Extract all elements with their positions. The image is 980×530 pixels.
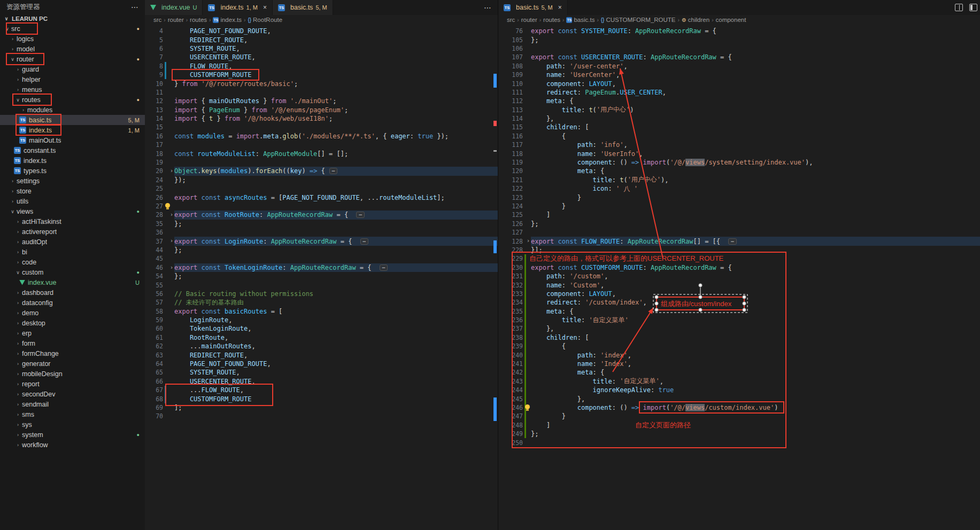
code-line-6[interactable]: 6 SYSTEM_ROUTE, (145, 44, 498, 53)
tree-item-dataconfig[interactable]: ›dataconfig (0, 298, 145, 308)
folded-code-ellipsis[interactable]: ⋯ (329, 168, 337, 174)
code-line-118[interactable]: 118 name: 'UserInfo', (498, 149, 980, 158)
tree-item-auditopt[interactable]: ›auditOpt (0, 237, 145, 247)
code-line-230[interactable]: 230export const CUSTOMFORM_ROUTE: AppRou… (498, 263, 980, 272)
code-line-121[interactable]: 121 title: t('用户中心'), (498, 176, 980, 184)
code-line-249[interactable]: 249}; (498, 430, 980, 438)
code-editor-index-ts[interactable]: 4 PAGE_NOT_FOUND_ROUTE,5 REDIRECT_ROUTE,… (145, 25, 498, 530)
breadcrumb-item-component[interactable]: component (715, 17, 746, 23)
code-line-236[interactable]: 236 title: '自定义菜单' (498, 316, 980, 324)
code-line-7[interactable]: 7 USERCENTER_ROUTE, (145, 53, 498, 61)
code-line-56[interactable]: 56// Basic routing without permissions (145, 290, 498, 298)
code-line-5[interactable]: 5 REDIRECT_ROUTE, (145, 35, 498, 44)
code-line-45[interactable]: 45 (145, 254, 498, 263)
code-line-62[interactable]: 62 ...mainOutRoutes, (145, 342, 498, 350)
code-line-35[interactable]: 35}; (145, 220, 498, 228)
code-line-248[interactable]: 248 ] (498, 421, 980, 430)
tab-index-vue[interactable]: index.vueU (145, 0, 203, 15)
code-line-111[interactable]: 111 redirect: PageEnum.USER_CENTER, (498, 88, 980, 97)
tree-item-seconddev[interactable]: ›secondDev (0, 389, 145, 399)
tree-item-sms[interactable]: ›sms (0, 409, 145, 419)
breadcrumb-item-src[interactable]: src (507, 17, 515, 23)
tree-item-workflow[interactable]: ›workflow (0, 440, 145, 450)
breadcrumb-item-src[interactable]: src (153, 17, 161, 23)
code-line-114[interactable]: 114 }, (498, 114, 980, 123)
code-line-28[interactable]: 28›export const RootRoute: AppRouteRecor… (145, 211, 498, 219)
tree-item-constant-ts[interactable]: TSconstant.ts (0, 145, 145, 155)
tree-item-acthitaskinst[interactable]: ›actHiTaskinst (0, 216, 145, 227)
tab-basic-ts[interactable]: TSbasic.ts5, M× (498, 0, 568, 15)
fold-chevron-icon[interactable]: › (527, 238, 530, 244)
code-line-12[interactable]: 12import { mainOutRoutes } from './mainO… (145, 97, 498, 105)
tree-item-generator[interactable]: ›generator (0, 358, 145, 369)
code-line-60[interactable]: 60 TokenLoginRoute, (145, 324, 498, 333)
tree-item-modules[interactable]: ›modules (0, 105, 145, 115)
tree-item-bi[interactable]: ›bi (0, 247, 145, 257)
breadcrumb-item-rootroute[interactable]: {}RootRoute (248, 17, 282, 23)
overview-ruler[interactable] (493, 16, 497, 530)
tree-item-views[interactable]: ∨views● (0, 206, 145, 216)
fold-chevron-icon[interactable]: › (170, 212, 173, 217)
code-line-36[interactable]: 36 (145, 228, 498, 237)
code-line-123[interactable]: 123 } (498, 193, 980, 201)
code-line-126[interactable]: 126}; (498, 220, 980, 228)
code-line-64[interactable]: 64 PAGE_NOT_FOUND_ROUTE, (145, 360, 498, 368)
code-line-66[interactable]: 66 USERCENTER_ROUTE, (145, 377, 498, 386)
folded-code-ellipsis[interactable]: ⋯ (356, 212, 364, 218)
breadcrumb-item-index-ts[interactable]: TSindex.ts (213, 17, 242, 23)
tree-item-mainout-ts[interactable]: TSmainOut.ts (0, 135, 145, 145)
tree-item-sendmail[interactable]: ›sendmail (0, 399, 145, 409)
tree-item-router[interactable]: ∨router● (0, 54, 145, 64)
code-line-250[interactable]: 250 (498, 438, 980, 447)
code-line-113[interactable]: 113 title: t('用户中心') (498, 106, 980, 114)
code-line-115[interactable]: 115 children: [ (498, 123, 980, 131)
tree-item-erp[interactable]: ›erp (0, 328, 145, 338)
code-line-232[interactable]: 232 name: 'Custom', (498, 280, 980, 289)
editor-layout-icon[interactable] (969, 4, 977, 11)
tree-item-routes[interactable]: ∨routes● (0, 95, 145, 105)
tree-item-system[interactable]: ›system● (0, 430, 145, 440)
tree-item-report[interactable]: ›report (0, 379, 145, 389)
workspace-section-header[interactable]: ∨ LEARUN PC (0, 14, 145, 24)
code-line-27[interactable]: 27 (145, 202, 498, 211)
tab-index-ts[interactable]: TSindex.ts1, M× (203, 0, 273, 15)
code-line-116[interactable]: 116 { (498, 132, 980, 141)
breadcrumb-item-router[interactable]: router (521, 17, 537, 23)
code-line-16[interactable]: 16const modules = import.meta.glob('./mo… (145, 132, 498, 141)
breadcrumb-item-router[interactable]: router (168, 17, 184, 23)
code-line-65[interactable]: 65 SYSTEM_ROUTE, (145, 368, 498, 377)
code-line-19[interactable]: 19 (145, 158, 498, 167)
tree-item-types-ts[interactable]: TStypes.ts (0, 166, 145, 176)
lightbulb-icon[interactable] (165, 203, 170, 208)
breadcrumb-item-children[interactable]: ⚙children (682, 17, 709, 23)
code-line-44[interactable]: 44}; (145, 246, 498, 254)
close-icon[interactable]: × (263, 4, 267, 11)
code-line-238[interactable]: 238 children: [ (498, 333, 980, 342)
code-line-109[interactable]: 109 name: 'UserCenter', (498, 71, 980, 79)
breadcrumb-item-basic-ts[interactable]: TSbasic.ts (566, 17, 595, 23)
code-line-110[interactable]: 110 component: LAYOUT, (498, 79, 980, 88)
code-line-68[interactable]: 68 CUSTOMFORM_ROUTE (145, 394, 498, 403)
code-line-58[interactable]: 58export const basicRoutes = [ (145, 307, 498, 316)
folded-code-ellipsis[interactable]: ⋯ (360, 238, 368, 245)
breadcrumb-item-routes[interactable]: routes (190, 17, 207, 23)
code-line-57[interactable]: 57// 未经许可的基本路由 (145, 298, 498, 307)
code-line-70[interactable]: 70 (145, 412, 498, 420)
more-actions-icon[interactable]: ⋯ (131, 3, 138, 11)
breadcrumb-item-routes[interactable]: routes (543, 17, 560, 23)
tree-item-logics[interactable]: ›logics (0, 34, 145, 44)
split-editor-icon[interactable] (955, 4, 963, 11)
code-line-4[interactable]: 4 PAGE_NOT_FOUND_ROUTE, (145, 27, 498, 35)
code-line-15[interactable]: 15 (145, 123, 498, 131)
code-line-61[interactable]: 61 RootRoute, (145, 333, 498, 342)
code-line-11[interactable]: 11 (145, 88, 498, 97)
code-line-13[interactable]: 13import { PageEnum } from '/@/enums/pag… (145, 106, 498, 114)
tree-item-dashboard[interactable]: ›dashboard (0, 287, 145, 298)
code-line-46[interactable]: 46›export const TokenLoginRoute: AppRout… (145, 263, 498, 272)
code-line-120[interactable]: 120 meta: { (498, 167, 980, 175)
code-line-63[interactable]: 63 REDIRECT_ROUTE, (145, 350, 498, 359)
code-line-235[interactable]: 235 meta: { (498, 307, 980, 316)
code-line-237[interactable]: 237 }, (498, 324, 980, 333)
tree-item-demo[interactable]: ›demo (0, 308, 145, 318)
tree-item-activereport[interactable]: ›activereport (0, 227, 145, 237)
